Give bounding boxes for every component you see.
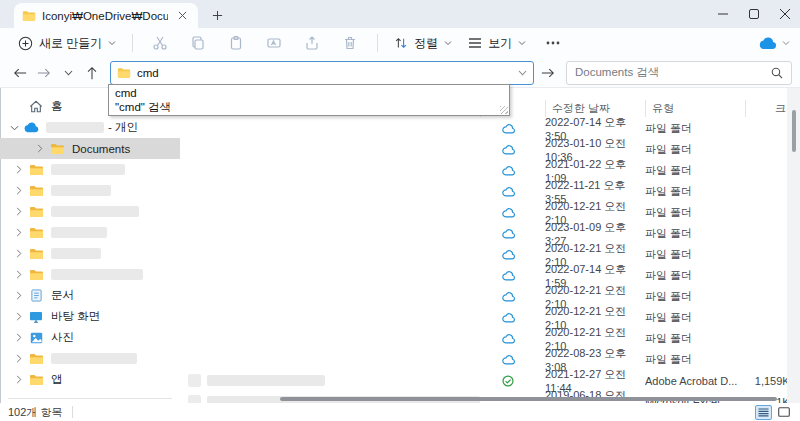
chevron-right-icon[interactable] <box>11 291 27 300</box>
sidebar-item-onedrive[interactable]: - 개인 <box>0 117 180 138</box>
file-type: 파일 폴더 <box>645 121 745 136</box>
address-dropdown-chevron-icon[interactable] <box>518 70 527 76</box>
address-bar-value: cmd <box>137 67 512 79</box>
vertical-scrollbar[interactable] <box>787 88 800 403</box>
search-input[interactable]: Documents 검색 <box>566 61 792 85</box>
address-bar-input[interactable]: cmd <box>110 61 534 85</box>
file-row[interactable]: 2020-12-21 오전 2:10파일 폴더 <box>180 286 787 307</box>
command-toolbar: 새로 만들기 정렬 <box>0 28 800 58</box>
maximize-button[interactable] <box>738 0 769 28</box>
chevron-right-icon[interactable] <box>11 333 27 342</box>
close-button[interactable] <box>769 0 800 28</box>
file-row[interactable]: 2020-12-21 오전 2:10파일 폴더 <box>180 307 787 328</box>
explorer-tab[interactable]: Iconyi₩OneDrive₩Documents <box>14 3 198 28</box>
thumbnail-view-toggle[interactable] <box>775 405 792 420</box>
cloud-status-icon <box>502 208 516 218</box>
go-to-button[interactable] <box>536 62 560 84</box>
file-list-pane: 상태수정한 날짜유형크기 2022-07-14 오후 3:50파일 폴더2023… <box>180 88 800 403</box>
view-button[interactable]: 보기 <box>460 31 534 56</box>
sidebar-item-desktop[interactable]: 바탕 화면 <box>0 306 180 327</box>
sidebar-item-label: 홈 <box>51 99 63 114</box>
file-row[interactable]: 2022-08-23 오후 3:08파일 폴더 <box>180 349 787 370</box>
file-type: 파일 폴더 <box>645 163 745 178</box>
folder-icon <box>27 374 45 386</box>
sidebar-item-pinned-folder[interactable] <box>0 201 180 222</box>
sidebar-item-pinned-folder[interactable] <box>0 159 180 180</box>
file-explorer-window: Iconyi₩OneDrive₩Documents 새로 만들기 <box>0 0 800 421</box>
file-row[interactable]: 2020-12-21 오전 2:10파일 폴더 <box>180 328 787 349</box>
share-icon[interactable] <box>297 32 327 54</box>
chevron-right-icon[interactable] <box>11 207 27 216</box>
sidebar-item-pinned-folder[interactable] <box>0 264 180 285</box>
paste-icon[interactable] <box>221 32 251 54</box>
up-button[interactable] <box>81 62 103 84</box>
recent-locations-chevron-icon[interactable] <box>57 62 79 84</box>
file-type-icon <box>188 395 201 403</box>
sidebar-item-pinned-folder[interactable] <box>0 180 180 201</box>
file-row[interactable]: 2020-12-21 오전 2:10파일 폴더 <box>180 202 787 223</box>
file-row[interactable]: 2022-11-21 오후 3:55파일 폴더 <box>180 181 787 202</box>
chevron-right-icon[interactable] <box>11 375 27 384</box>
resize-grip-icon[interactable] <box>500 106 508 114</box>
cut-icon[interactable] <box>145 32 175 54</box>
file-row[interactable]: 2021-12-27 오전 11:44Adobe Acrobat D...1,1… <box>180 370 787 391</box>
new-button[interactable]: 새로 만들기 <box>10 31 124 56</box>
file-row[interactable]: 2023-01-10 오전 10:36파일 폴더 <box>180 139 787 160</box>
sidebar-item-label: 바탕 화면 <box>51 309 100 324</box>
folder-icon <box>27 269 45 281</box>
file-row[interactable]: 2021-01-22 오후 1:09파일 폴더 <box>180 160 787 181</box>
picture-icon <box>27 332 45 344</box>
file-row[interactable]: 2022-07-14 오후 1:59파일 폴더 <box>180 265 787 286</box>
plus-circle-icon <box>18 36 33 51</box>
details-view-toggle[interactable] <box>755 405 772 420</box>
autocomplete-item[interactable]: "cmd" 검색 <box>109 100 509 114</box>
more-options-icon[interactable] <box>538 32 568 54</box>
chevron-right-icon[interactable] <box>11 312 27 321</box>
file-row[interactable]: 2022-07-14 오후 3:50파일 폴더 <box>180 118 787 139</box>
sort-button[interactable]: 정렬 <box>386 31 460 56</box>
chevron-right-icon[interactable] <box>32 144 48 153</box>
copy-icon[interactable] <box>183 32 213 54</box>
chevron-right-icon[interactable] <box>11 165 27 174</box>
file-row[interactable]: 2020-12-21 오전 2:10파일 폴더 <box>180 244 787 265</box>
cloud-status-icon <box>502 145 516 155</box>
monitor-icon <box>27 311 45 323</box>
sidebar-item-documents[interactable]: Documents <box>0 138 180 159</box>
vertical-scrollbar-thumb[interactable] <box>792 110 796 152</box>
list-lines-icon <box>468 37 482 49</box>
minimize-button[interactable] <box>707 0 738 28</box>
delete-icon[interactable] <box>335 32 365 54</box>
folder-icon <box>27 227 45 239</box>
onedrive-cloud-icon[interactable] <box>758 37 778 50</box>
chevron-right-icon[interactable] <box>11 249 27 258</box>
navigation-sidebar: 홈- 개인Documents문서바탕 화면사진앱바탕 화면 <box>0 88 180 403</box>
column-header-type[interactable]: 유형 <box>645 100 745 117</box>
new-tab-button[interactable] <box>206 4 228 26</box>
file-row[interactable]: 2023-01-09 오후 3:27파일 폴더 <box>180 223 787 244</box>
cloud-status-icon <box>502 355 516 365</box>
chevron-right-icon[interactable] <box>11 186 27 195</box>
chevron-right-icon[interactable] <box>11 354 27 363</box>
doc-icon <box>27 289 45 302</box>
sidebar-item-pinned-folder[interactable] <box>0 348 180 369</box>
chevron-right-icon[interactable] <box>11 270 27 279</box>
autocomplete-item[interactable]: cmd <box>109 86 509 100</box>
back-button[interactable] <box>9 62 31 84</box>
file-type: 파일 폴더 <box>645 289 745 304</box>
redacted-label <box>51 227 107 238</box>
sidebar-item-pinned-folder[interactable] <box>0 243 180 264</box>
file-type: 파일 폴더 <box>645 268 745 283</box>
horizontal-scrollbar-thumb[interactable] <box>280 397 777 401</box>
sidebar-item-apps[interactable]: 앱 <box>0 369 180 390</box>
forward-button[interactable] <box>33 62 55 84</box>
chevron-right-icon[interactable] <box>11 228 27 237</box>
sidebar-item-documents-kr[interactable]: 문서 <box>0 285 180 306</box>
sidebar-item-pictures[interactable]: 사진 <box>0 327 180 348</box>
tab-close-icon[interactable] <box>174 8 190 24</box>
home-icon <box>27 100 45 113</box>
sidebar-item-pinned-folder[interactable] <box>0 222 180 243</box>
chevron-down-icon[interactable] <box>6 125 22 131</box>
chevron-down-icon[interactable] <box>782 40 790 46</box>
cloud-status-icon <box>502 292 516 302</box>
rename-icon[interactable] <box>259 32 289 54</box>
